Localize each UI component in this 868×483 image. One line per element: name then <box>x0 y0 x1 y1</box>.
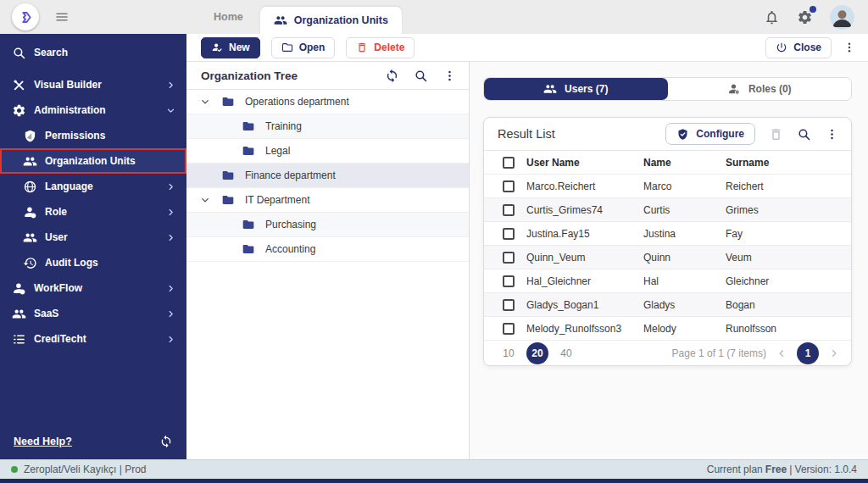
select-all-checkbox[interactable] <box>503 157 515 169</box>
table-row[interactable]: Quinn_Veum Quinn Veum <box>484 246 851 269</box>
sidebar-item[interactable]: Role <box>0 199 186 225</box>
sidebar-item[interactable]: WorkFlow <box>0 275 186 301</box>
table-row[interactable]: Justina.Fay15 Justina Fay <box>484 222 851 246</box>
row-checkbox[interactable] <box>503 323 515 335</box>
sidebar-item[interactable]: Visual Builder <box>0 72 186 97</box>
refresh-icon[interactable] <box>385 69 399 83</box>
user-avatar[interactable] <box>830 5 854 30</box>
chevron-down-icon[interactable] <box>200 97 210 107</box>
segment-tab[interactable]: Roles (0) <box>668 78 852 100</box>
tree-node[interactable]: Accounting <box>186 237 469 262</box>
status-dot <box>11 466 18 473</box>
table-row[interactable]: Gladys_Bogan1 Gladys Bogan <box>484 293 851 317</box>
table-row[interactable]: Hal_Gleichner Hal Gleichner <box>484 269 851 293</box>
close-button[interactable]: Close <box>765 37 832 58</box>
need-help-link[interactable]: Need Help? <box>14 436 72 447</box>
open-button[interactable]: Open <box>271 37 336 58</box>
table-row[interactable]: Marco.Reichert Marco Reichert <box>484 175 851 198</box>
tree-node[interactable]: IT Department <box>186 188 469 213</box>
sidebar-item-label: Audit Logs <box>45 257 166 269</box>
tab-label: Home <box>214 11 243 23</box>
row-checkbox[interactable] <box>503 252 515 264</box>
page-number-button[interactable]: 1 <box>797 342 819 364</box>
document-tab[interactable]: Organization Units <box>260 7 402 34</box>
bottom-strip <box>0 479 868 483</box>
tree-node[interactable]: Legal <box>186 139 469 164</box>
plan-prefix: Current plan <box>707 464 763 475</box>
kebab-menu-icon[interactable] <box>843 41 856 54</box>
sidebar-item-label: Visual Builder <box>34 79 166 91</box>
cell-name: Marco <box>643 180 726 192</box>
cell-username: Curtis_Grimes74 <box>526 204 643 216</box>
folder-icon <box>241 144 256 158</box>
tree-node[interactable]: Finance department <box>186 164 469 188</box>
table-header-row: User Name Name Surname <box>484 150 851 175</box>
new-button[interactable]: New <box>201 37 260 58</box>
pagination-bar: 10 20 40 Page 1 of 1 (7 items) 1 <box>484 341 851 365</box>
row-checkbox[interactable] <box>503 299 515 311</box>
organization-tree-panel: Organization Tree Operations department <box>186 62 470 459</box>
chevron-right-icon[interactable] <box>829 348 839 358</box>
row-check-cell <box>484 228 526 240</box>
chevron-down-icon[interactable] <box>200 195 210 205</box>
tree-node[interactable]: Operations department <box>186 90 469 114</box>
tree-node[interactable]: Training <box>186 114 469 139</box>
sidebar-item-icon <box>12 103 26 118</box>
sidebar-item-search[interactable]: Search <box>0 36 186 69</box>
sidebar-item[interactable]: Permissions <box>0 123 186 148</box>
table-row[interactable]: Melody_Runolfsson3 Melody Runolfsson <box>484 317 851 341</box>
search-icon[interactable] <box>797 127 811 142</box>
sidebar-item-icon <box>12 307 26 321</box>
sidebar-item[interactable]: Administration <box>0 97 186 123</box>
configure-button[interactable]: Configure <box>665 123 755 145</box>
segment-tab-label: Roles (0) <box>748 83 792 95</box>
folder-icon <box>241 242 256 256</box>
sidebar-item-icon <box>12 332 26 347</box>
sidebar-item-icon <box>23 180 37 194</box>
sidebar-header <box>0 0 186 34</box>
row-checkbox[interactable] <box>503 228 515 240</box>
sidebar-item[interactable]: Audit Logs <box>0 250 186 275</box>
delete-button[interactable]: Delete <box>346 37 415 58</box>
settings-button[interactable] <box>797 9 813 25</box>
select-all-cell <box>484 157 526 169</box>
folder-icon <box>281 42 293 53</box>
cell-name: Gladys <box>643 299 726 311</box>
need-help-row: Need Help? <box>0 424 186 459</box>
kebab-menu-icon[interactable] <box>442 69 457 83</box>
sidebar-item[interactable]: SaaS <box>0 301 186 326</box>
sidebar-item[interactable]: User <box>0 225 186 250</box>
sidebar-item-label: CrediTecht <box>34 333 166 345</box>
chevron-icon <box>166 182 175 192</box>
sidebar-item-icon <box>23 256 37 270</box>
search-icon[interactable] <box>414 69 428 83</box>
document-tabs: Home Organization Units <box>197 0 402 34</box>
bell-icon[interactable] <box>764 9 780 25</box>
table-row[interactable]: Curtis_Grimes74 Curtis Grimes <box>484 198 851 222</box>
folder-icon <box>220 95 236 108</box>
document-tab[interactable]: Home <box>197 0 260 34</box>
tree-node[interactable]: Purchasing <box>186 213 469 237</box>
row-checkbox[interactable] <box>503 204 515 216</box>
page-size-button[interactable]: 20 <box>526 342 548 364</box>
trash-icon[interactable] <box>769 127 783 142</box>
row-checkbox[interactable] <box>503 180 515 192</box>
sidebar-item[interactable]: Language <box>0 174 186 199</box>
page-size-button[interactable]: 10 <box>498 342 520 364</box>
close-button-label: Close <box>793 42 821 53</box>
page-size-button[interactable]: 40 <box>555 342 577 364</box>
segment-tab[interactable]: Users (7) <box>484 78 668 100</box>
sidebar-item[interactable]: Organization Units <box>0 148 186 174</box>
tree-node-label: Purchasing <box>265 219 316 230</box>
folder-icon <box>220 169 236 182</box>
hamburger-icon[interactable] <box>54 9 70 25</box>
tab-bar: Home Organization Units <box>186 0 868 34</box>
cell-name: Hal <box>643 275 726 287</box>
kebab-menu-icon[interactable] <box>825 127 839 142</box>
sync-icon[interactable] <box>159 435 173 448</box>
row-checkbox[interactable] <box>503 275 515 287</box>
cell-username: Justina.Fay15 <box>526 228 643 240</box>
sidebar-item[interactable]: CrediTecht <box>0 326 186 352</box>
chevron-icon <box>166 208 175 217</box>
chevron-left-icon[interactable] <box>776 348 787 358</box>
